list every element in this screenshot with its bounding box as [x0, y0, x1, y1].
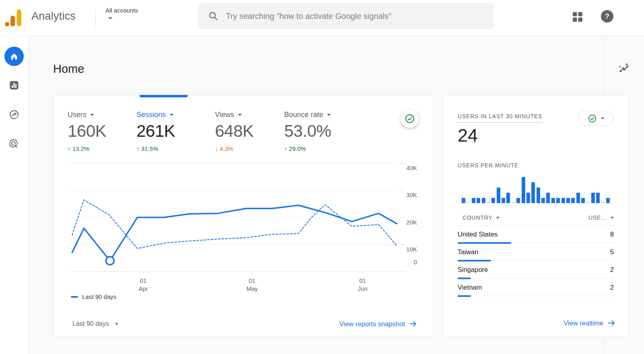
chevron-down-icon	[115, 323, 118, 325]
metric-value: 648K	[215, 121, 284, 141]
date-range-label: Last 90 days	[72, 320, 109, 327]
page-title: Home	[53, 63, 84, 76]
search-input[interactable]	[225, 11, 494, 21]
minute-bar	[561, 198, 565, 203]
minute-bar	[531, 182, 535, 203]
svg-text:Jun: Jun	[358, 285, 367, 292]
metric-delta: ↑ 29.0%	[284, 145, 377, 152]
sidebar-item-advertising[interactable]	[9, 139, 19, 149]
minute-bar	[591, 193, 595, 203]
country-users: 2	[610, 266, 614, 274]
metric-selector[interactable]: Bounce rate	[284, 111, 377, 119]
chevron-down-icon	[601, 117, 604, 119]
country-name: Singapore	[458, 266, 488, 274]
help-icon[interactable]: ?	[601, 10, 613, 23]
metric-users: Users160K↑ 13.2%	[68, 111, 136, 152]
country-users: 8	[610, 231, 614, 238]
search-bar[interactable]	[198, 3, 494, 29]
sessions-line-chart[interactable]: 010K20K30K40K01Apr01May01Jun	[53, 156, 434, 300]
minute-bar	[506, 193, 510, 203]
country-row[interactable]: United States8	[458, 226, 614, 244]
minute-bar	[601, 202, 605, 203]
date-range-selector[interactable]: Last 90 days	[72, 320, 118, 327]
data-quality-button[interactable]	[400, 109, 419, 128]
minute-bar	[516, 198, 520, 203]
top-app-bar: Analytics All accounts ?	[0, 0, 644, 36]
check-circle-icon	[588, 114, 597, 123]
country-table-body: United States8Taiwan5Singapore2Vietnam2	[458, 226, 614, 297]
users-column-header[interactable]: USE…	[588, 214, 614, 221]
sidebar-item-explore[interactable]	[9, 109, 19, 120]
minute-bar	[497, 187, 500, 203]
country-row[interactable]: Singapore2	[458, 261, 614, 279]
account-selector-label: All accounts	[105, 7, 138, 14]
minute-bar	[491, 198, 495, 203]
svg-text:0: 0	[414, 259, 417, 266]
country-name: Taiwan	[458, 248, 478, 256]
minute-bar	[546, 193, 550, 203]
minute-bar	[596, 193, 600, 203]
sidebar-item-home[interactable]	[4, 47, 24, 66]
home-icon	[9, 51, 19, 61]
minute-bar	[551, 198, 555, 203]
row-separator	[458, 296, 614, 296]
divider	[95, 9, 96, 27]
realtime-status-button[interactable]	[578, 111, 614, 126]
selected-metric-indicator	[140, 95, 188, 97]
apps-grid-icon[interactable]	[572, 11, 583, 23]
svg-text:30K: 30K	[406, 191, 417, 198]
target-cursor-icon	[9, 139, 19, 149]
insights-button[interactable]	[615, 60, 633, 78]
minute-bar	[462, 198, 465, 203]
chevron-down-icon	[496, 217, 500, 219]
country-column-header[interactable]: COUNTRY	[462, 214, 500, 221]
country-users: 2	[610, 284, 614, 291]
metric-delta: ↑ 31.5%	[136, 145, 215, 152]
users-per-minute-chart[interactable]	[462, 170, 610, 203]
country-name: Vietnam	[458, 284, 482, 291]
country-name: United States	[458, 231, 497, 238]
check-circle-icon	[405, 113, 415, 124]
account-selector[interactable]: All accounts	[105, 7, 138, 21]
metric-value: 261K	[136, 121, 215, 141]
minute-bar	[556, 198, 560, 203]
minute-bar	[487, 202, 490, 203]
overview-card: Users160K↑ 13.2%Sessions261K↑ 31.5%Views…	[53, 95, 433, 337]
view-realtime-link[interactable]: View realtime	[564, 319, 615, 327]
minute-bar	[466, 202, 470, 203]
app-name: Analytics	[31, 10, 76, 23]
chevron-down-icon	[238, 114, 242, 116]
chevron-down-icon	[108, 17, 112, 19]
minute-bar	[537, 187, 540, 203]
insights-sparkline-icon	[617, 62, 631, 74]
minute-bar	[512, 202, 515, 203]
minute-bar	[586, 202, 590, 203]
view-reports-snapshot-link[interactable]: View reports snapshot	[339, 320, 417, 328]
users-bar	[458, 295, 471, 297]
minute-bar	[541, 198, 545, 203]
country-users: 5	[610, 248, 614, 256]
country-row[interactable]: Vietnam2	[458, 279, 614, 297]
country-table: COUNTRY USE… United States8Taiwan5Singap…	[458, 214, 614, 297]
bar-chart-icon	[9, 80, 19, 91]
country-row[interactable]: Taiwan5	[458, 244, 614, 261]
arrow-right-icon	[409, 320, 417, 328]
nav-sidebar	[0, 36, 29, 354]
minute-bar	[477, 198, 480, 203]
sidebar-item-reports[interactable]	[9, 80, 19, 91]
metric-selector[interactable]: Users	[68, 111, 136, 119]
metric-selector[interactable]: Sessions	[136, 111, 215, 119]
row-separator	[458, 278, 614, 278]
metric-selector[interactable]: Views	[215, 111, 284, 119]
minute-bar	[526, 193, 530, 203]
users-per-minute-title: USERS PER MINUTE	[458, 162, 518, 169]
legend-label: Last 90 days	[82, 293, 116, 300]
realtime-title: USERS IN LAST 30 MINUTES	[458, 113, 542, 123]
metric-value: 53.0%	[284, 121, 377, 141]
legend-line-swatch	[71, 296, 78, 298]
realtime-card: USERS IN LAST 30 MINUTES 24 USERS PER MI…	[443, 95, 629, 337]
explore-compass-icon	[9, 109, 19, 120]
google-analytics-logo-icon[interactable]	[4, 8, 23, 27]
svg-text:10K: 10K	[406, 246, 417, 253]
metric-delta: ↑ 13.2%	[68, 145, 136, 152]
